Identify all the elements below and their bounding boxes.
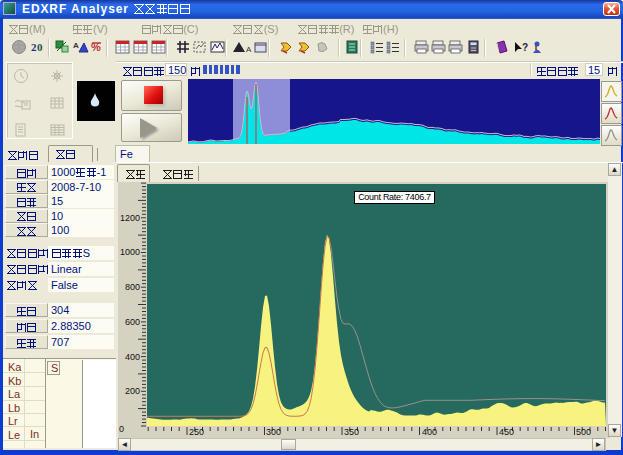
svg-text:A: A bbox=[246, 45, 252, 54]
svg-text:200: 200 bbox=[125, 386, 140, 396]
svg-text:350: 350 bbox=[344, 427, 359, 437]
svg-text:250: 250 bbox=[189, 427, 204, 437]
svg-text:300: 300 bbox=[266, 427, 281, 437]
svg-text:800: 800 bbox=[125, 282, 140, 292]
svg-text:1000: 1000 bbox=[120, 247, 140, 257]
svg-text:0: 0 bbox=[37, 41, 43, 53]
svg-text:0: 0 bbox=[119, 424, 124, 434]
svg-text:500: 500 bbox=[576, 427, 591, 437]
svg-text:600: 600 bbox=[125, 317, 140, 327]
svg-text:400: 400 bbox=[422, 427, 437, 437]
svg-text:?: ? bbox=[522, 42, 528, 53]
svg-text:A: A bbox=[73, 41, 79, 50]
svg-text:1200: 1200 bbox=[120, 213, 140, 223]
svg-text:450: 450 bbox=[499, 427, 514, 437]
svg-text:400: 400 bbox=[125, 352, 140, 362]
